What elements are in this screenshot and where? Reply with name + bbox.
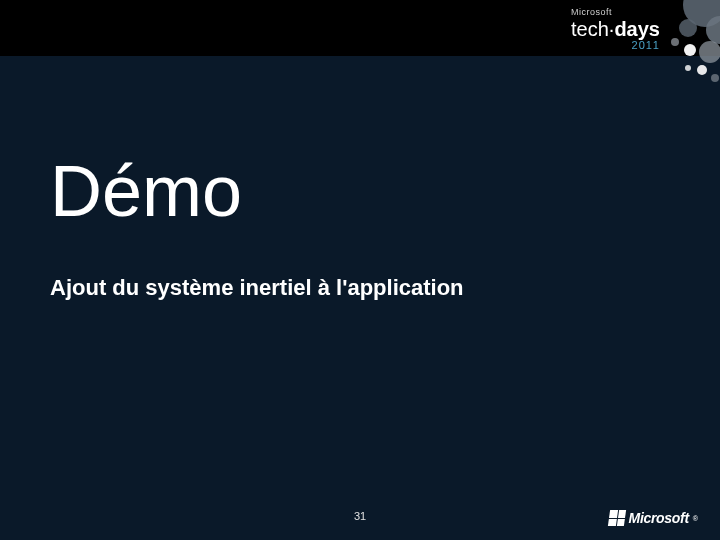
svg-point-6 (697, 65, 707, 75)
microsoft-footer-logo: Microsoft ® (609, 510, 698, 526)
svg-point-7 (685, 65, 691, 71)
page-number: 31 (354, 510, 366, 522)
techdays-wordmark: tech·days (571, 19, 660, 39)
techdays-text-light: tech (571, 18, 609, 40)
slide-subtitle: Ajout du système inertiel à l'applicatio… (50, 275, 464, 301)
techdays-year: 2011 (571, 40, 660, 51)
techdays-logo: Microsoft tech·days 2011 (571, 8, 660, 51)
registered-mark: ® (693, 515, 698, 522)
microsoft-name: Microsoft (629, 510, 689, 526)
svg-point-8 (711, 74, 719, 82)
microsoft-label: Microsoft (571, 8, 660, 17)
slide-title: Démo (50, 150, 242, 232)
microsoft-flag-icon (607, 510, 625, 526)
techdays-text-bold: days (614, 18, 660, 40)
